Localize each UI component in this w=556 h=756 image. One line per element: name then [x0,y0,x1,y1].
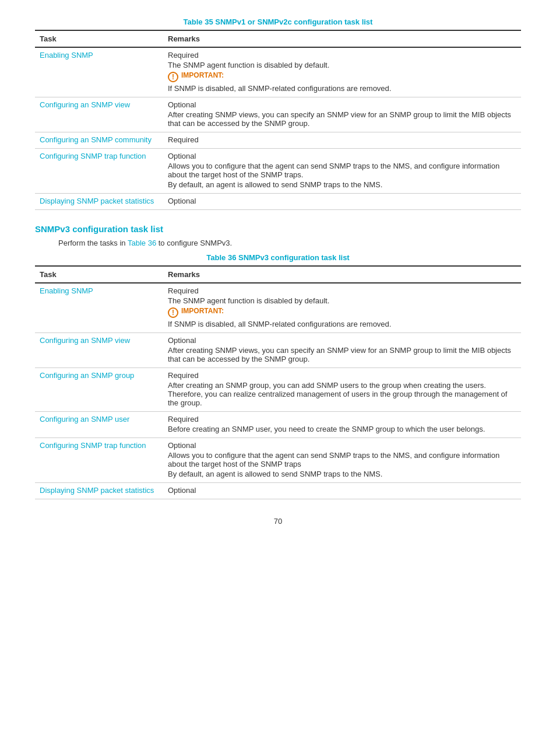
important-block: !IMPORTANT: [168,307,516,318]
remarks-text: Optional [168,197,516,205]
task-cell[interactable]: Configuring SNMP trap function [35,438,163,483]
table35: Task Remarks Enabling SNMPRequiredThe SN… [35,30,521,210]
table-row: Enabling SNMPRequiredThe SNMP agent func… [35,47,521,97]
remarks-text: After creating SNMP views, you can speci… [168,346,516,363]
table35-title: Table 35 SNMPv1 or SNMPv2c configuration… [35,18,521,26]
important-block: !IMPORTANT: [168,71,516,82]
remarks-text: Required [168,415,516,424]
remarks-text: If SNMP is disabled, all SNMP-related co… [168,84,516,93]
remarks-cell: RequiredThe SNMP agent function is disab… [163,283,521,333]
table36-title: Table 36 SNMPv3 configuration task list [35,253,521,262]
table-row: Configuring SNMP trap functionOptionalAl… [35,149,521,194]
table35-col-task: Task [35,30,163,47]
remarks-text: Required [168,286,516,295]
table-row: Configuring an SNMP viewOptionalAfter cr… [35,97,521,132]
remarks-cell: RequiredAfter creating an SNMP group, yo… [163,368,521,412]
remarks-text: By default, an agent is allowed to send … [168,470,516,478]
task-cell[interactable]: Enabling SNMP [35,47,163,97]
task-cell[interactable]: Configuring an SNMP view [35,97,163,132]
remarks-text: Required [168,51,516,60]
table-row: Configuring SNMP trap functionOptionalAl… [35,438,521,483]
important-icon: ! [168,307,178,318]
remarks-cell: OptionalAllows you to configure that the… [163,438,521,483]
table35-col-remarks: Remarks [163,30,521,47]
remarks-text: After creating an SNMP group, you can ad… [168,381,516,407]
remarks-cell: RequiredBefore creating an SNMP user, yo… [163,412,521,438]
snmpv3-intro: Perform the tasks in Table 36 to configu… [35,239,521,247]
remarks-text: Optional [168,486,516,495]
remarks-text: The SNMP agent function is disabled by d… [168,61,516,69]
remarks-cell: Required [163,132,521,149]
table-row: Configuring an SNMP userRequiredBefore c… [35,412,521,438]
remarks-text: After creating SNMP views, you can speci… [168,110,516,128]
table36-col-remarks: Remarks [163,266,521,283]
remarks-text: By default, an agent is allowed to send … [168,180,516,189]
remarks-text: If SNMP is disabled, all SNMP-related co… [168,320,516,328]
table36-link[interactable]: Table 36 [128,239,156,247]
remarks-text: Allows you to configure that the agent c… [168,451,516,468]
remarks-text: Optional [168,100,516,109]
remarks-text: Optional [168,336,516,345]
snmpv3-heading: SNMPv3 configuration task list [35,224,521,234]
task-cell[interactable]: Enabling SNMP [35,283,163,333]
remarks-text: Required [168,371,516,380]
important-label: IMPORTANT: [181,307,224,315]
remarks-text: Optional [168,441,516,450]
remarks-text: Required [168,135,516,144]
table-row: Configuring an SNMP viewOptionalAfter cr… [35,333,521,368]
remarks-text: Allows you to configure that the agent c… [168,162,516,179]
remarks-cell: Optional [163,194,521,210]
remarks-text: Before creating an SNMP user, you need t… [168,425,516,433]
table36-col-task: Task [35,266,163,283]
remarks-text: The SNMP agent function is disabled by d… [168,296,516,305]
remarks-cell: Optional [163,483,521,499]
remarks-text: Optional [168,152,516,160]
task-cell[interactable]: Configuring an SNMP view [35,333,163,368]
table36: Task Remarks Enabling SNMPRequiredThe SN… [35,265,521,499]
remarks-cell: RequiredThe SNMP agent function is disab… [163,47,521,97]
remarks-cell: OptionalAfter creating SNMP views, you c… [163,333,521,368]
table-row: Displaying SNMP packet statisticsOptiona… [35,194,521,210]
remarks-cell: OptionalAllows you to configure that the… [163,149,521,194]
task-cell[interactable]: Configuring SNMP trap function [35,149,163,194]
task-cell[interactable]: Configuring an SNMP user [35,412,163,438]
task-cell[interactable]: Displaying SNMP packet statistics [35,194,163,210]
table-row: Configuring an SNMP communityRequired [35,132,521,149]
page-number: 70 [35,517,521,526]
table-row: Configuring an SNMP groupRequiredAfter c… [35,368,521,412]
task-cell[interactable]: Configuring an SNMP community [35,132,163,149]
task-cell[interactable]: Displaying SNMP packet statistics [35,483,163,499]
important-label: IMPORTANT: [181,71,224,79]
important-icon: ! [168,72,178,82]
task-cell[interactable]: Configuring an SNMP group [35,368,163,412]
table-row: Displaying SNMP packet statisticsOptiona… [35,483,521,499]
table-row: Enabling SNMPRequiredThe SNMP agent func… [35,283,521,333]
remarks-cell: OptionalAfter creating SNMP views, you c… [163,97,521,132]
